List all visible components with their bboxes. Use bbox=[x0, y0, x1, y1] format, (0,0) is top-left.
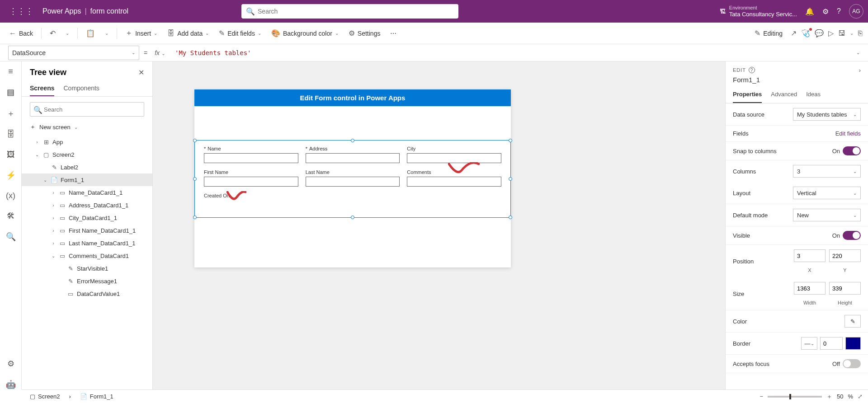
undo-dropdown[interactable]: ⌄ bbox=[62, 28, 73, 38]
data-source-dropdown[interactable]: My Students tables⌄ bbox=[793, 108, 861, 121]
tree-item-label2[interactable]: ✎Label2 bbox=[22, 161, 152, 173]
accepts-focus-toggle[interactable] bbox=[843, 359, 861, 368]
share-icon[interactable]: ↗ bbox=[791, 29, 797, 37]
edit-fields-button[interactable]: ✎ Edit fields ⌄ bbox=[215, 26, 265, 40]
tree-item-errormessage[interactable]: ✎ErrorMessage1 bbox=[22, 275, 152, 287]
data-rail-icon[interactable]: 🗄 bbox=[7, 130, 15, 139]
datacard-created-on[interactable]: Created On bbox=[200, 191, 302, 203]
tree-item-address-datacard[interactable]: ›▭Address_DataCard1_1 bbox=[22, 199, 152, 211]
ask-virtual-agent-icon[interactable]: 🤖 bbox=[6, 380, 16, 389]
breadcrumb-form[interactable]: 📄Form1_1 bbox=[77, 392, 116, 401]
chevron-right-icon[interactable]: › bbox=[51, 190, 56, 195]
first-name-input[interactable] bbox=[204, 177, 298, 187]
tree-item-firstname-datacard[interactable]: ›▭First Name_DataCard1_1 bbox=[22, 224, 152, 237]
tab-components[interactable]: Components bbox=[63, 81, 99, 96]
insert-rail-icon[interactable]: ＋ bbox=[7, 108, 15, 119]
chevron-right-icon[interactable]: › bbox=[51, 216, 56, 220]
size-width-input[interactable] bbox=[794, 282, 826, 295]
comment-icon[interactable]: 💬 bbox=[815, 29, 824, 37]
datacard-last-name[interactable]: Last Name bbox=[302, 168, 404, 191]
position-y-input[interactable] bbox=[829, 249, 861, 262]
power-automate-icon[interactable]: ⚡ bbox=[6, 170, 16, 180]
variables-icon[interactable]: (x) bbox=[6, 191, 15, 201]
zoom-out-button[interactable]: − bbox=[760, 393, 763, 400]
search-input[interactable] bbox=[241, 4, 458, 19]
collapse-panel-icon[interactable]: › bbox=[859, 67, 861, 74]
border-color-swatch[interactable] bbox=[845, 337, 861, 350]
resize-handle[interactable] bbox=[193, 216, 197, 219]
name-input[interactable] bbox=[204, 153, 298, 163]
canvas-area[interactable]: Edit Form control in Power Apps *Name *A… bbox=[153, 61, 725, 389]
property-selector[interactable]: DataSource ⌄ bbox=[8, 46, 139, 60]
app-checker-icon[interactable]: 🩺 bbox=[801, 29, 810, 37]
chevron-down-icon[interactable]: ⌄ bbox=[51, 253, 56, 258]
comments-input[interactable] bbox=[407, 177, 501, 187]
environment-picker[interactable]: 🏗 Environment Tata Consultancy Servic... bbox=[720, 5, 797, 18]
undo-button[interactable]: ↶ bbox=[46, 26, 59, 40]
chevron-right-icon[interactable]: › bbox=[34, 140, 40, 145]
city-input[interactable] bbox=[407, 153, 501, 163]
resize-handle[interactable] bbox=[351, 139, 354, 142]
add-data-button[interactable]: 🗄 Add data ⌄ bbox=[164, 27, 212, 40]
zoom-slider[interactable] bbox=[768, 396, 822, 398]
waffle-icon[interactable]: ⋮⋮⋮ bbox=[5, 6, 38, 16]
chevron-right-icon[interactable]: › bbox=[51, 241, 56, 246]
tree-item-datacardvalue[interactable]: ▭DataCardValue1 bbox=[22, 287, 152, 300]
resize-handle[interactable] bbox=[509, 139, 512, 142]
resize-handle[interactable] bbox=[193, 177, 197, 181]
snap-toggle[interactable] bbox=[843, 146, 861, 155]
tab-ideas[interactable]: Ideas bbox=[806, 86, 821, 103]
tree-item-lastname-datacard[interactable]: ›▭Last Name_DataCard1_1 bbox=[22, 237, 152, 249]
new-screen-button[interactable]: ＋ New screen ⌄ bbox=[22, 120, 152, 134]
datacard-name[interactable]: *Name bbox=[200, 144, 302, 168]
paste-dropdown[interactable]: ⌄ bbox=[101, 28, 112, 38]
tree-item-starvisible[interactable]: ✎StarVisible1 bbox=[22, 262, 152, 275]
address-input[interactable] bbox=[306, 153, 400, 163]
fit-to-window-icon[interactable]: ⤢ bbox=[858, 393, 863, 400]
tree-item-name-datacard[interactable]: ›▭Name_DataCard1_1 bbox=[22, 186, 152, 199]
chevron-right-icon[interactable]: › bbox=[51, 228, 56, 233]
paste-button[interactable]: 📋 bbox=[82, 26, 99, 40]
layout-dropdown[interactable]: Vertical⌄ bbox=[793, 187, 861, 199]
background-color-button[interactable]: 🎨 Background color ⌄ bbox=[268, 26, 342, 40]
columns-dropdown[interactable]: 3⌄ bbox=[793, 165, 861, 178]
canvas-header-label[interactable]: Edit Form control in Power Apps bbox=[194, 89, 511, 106]
resize-handle[interactable] bbox=[193, 139, 197, 142]
info-icon[interactable]: ? bbox=[749, 67, 755, 73]
app-canvas[interactable]: Edit Form control in Power Apps *Name *A… bbox=[194, 89, 511, 267]
size-height-input[interactable] bbox=[829, 282, 861, 295]
settings-button[interactable]: ⚙ Settings bbox=[345, 26, 384, 40]
datacard-comments[interactable]: Comments bbox=[403, 168, 505, 191]
tab-properties[interactable]: Properties bbox=[733, 86, 762, 103]
position-x-input[interactable] bbox=[794, 249, 826, 262]
media-rail-icon[interactable]: 🖼 bbox=[7, 150, 15, 159]
back-button[interactable]: ← Back bbox=[5, 27, 37, 40]
settings-gear-icon[interactable]: ⚙ bbox=[822, 7, 829, 16]
play-icon[interactable]: ▷ bbox=[828, 29, 834, 37]
tree-item-city-datacard[interactable]: ›▭City_DataCard1_1 bbox=[22, 211, 152, 224]
notifications-icon[interactable]: 🔔 bbox=[805, 7, 814, 16]
chevron-down-icon[interactable]: ⌄ bbox=[34, 152, 40, 157]
avatar[interactable]: AG bbox=[849, 4, 863, 19]
save-dropdown[interactable]: ⌄ bbox=[850, 31, 854, 36]
publish-icon[interactable]: ⎘ bbox=[858, 29, 863, 37]
border-style-dropdown[interactable]: — ⌄ bbox=[801, 337, 817, 350]
tab-advanced[interactable]: Advanced bbox=[771, 86, 797, 103]
resize-handle[interactable] bbox=[351, 216, 354, 219]
overflow-button[interactable]: ⋯ bbox=[387, 27, 400, 40]
form-selection[interactable]: *Name *Address City First Name Last Name… bbox=[194, 140, 511, 218]
last-name-input[interactable] bbox=[306, 177, 400, 187]
chevron-down-icon[interactable]: ⌄ bbox=[42, 178, 48, 183]
search-rail-icon[interactable]: 🔍 bbox=[6, 232, 16, 242]
tree-view-icon[interactable]: ▤ bbox=[7, 87, 14, 97]
datacard-first-name[interactable]: First Name bbox=[200, 168, 302, 191]
help-icon[interactable]: ? bbox=[837, 7, 841, 15]
editing-mode-button[interactable]: ✎ Editing bbox=[751, 26, 786, 40]
settings-rail-icon[interactable]: ⚙ bbox=[7, 359, 14, 369]
edit-fields-link[interactable]: Edit fields bbox=[835, 130, 861, 137]
default-mode-dropdown[interactable]: New⌄ bbox=[793, 209, 861, 221]
color-picker-button[interactable]: ✎ bbox=[844, 315, 861, 328]
hamburger-icon[interactable]: ≡ bbox=[8, 67, 13, 76]
visible-toggle[interactable] bbox=[843, 231, 861, 240]
resize-handle[interactable] bbox=[509, 216, 512, 219]
